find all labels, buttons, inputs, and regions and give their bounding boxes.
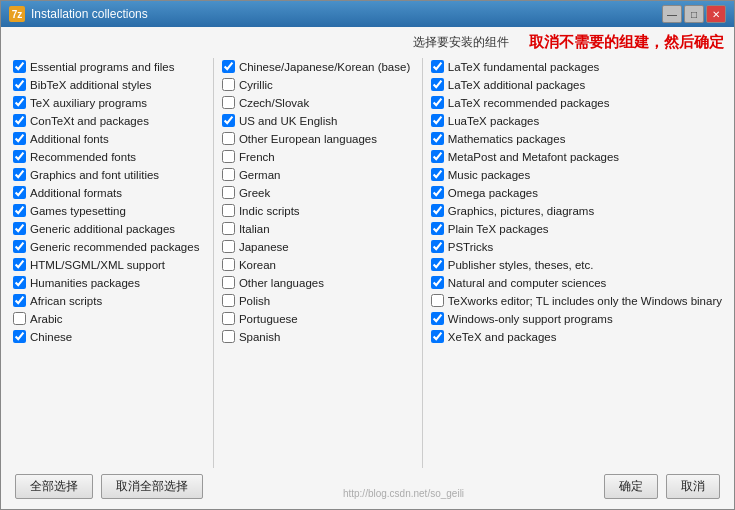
app-icon: 7z <box>9 6 25 22</box>
column-2: Chinese/Japanese/Korean (base)CyrillicCz… <box>220 58 416 468</box>
list-item: Generic additional packages <box>11 220 207 237</box>
list-item: Graphics, pictures, diagrams <box>429 202 724 219</box>
checkbox-10[interactable] <box>431 240 444 253</box>
select-all-button[interactable]: 全部选择 <box>15 474 93 499</box>
checkbox-4[interactable] <box>431 132 444 145</box>
item-label: Graphics, pictures, diagrams <box>448 205 594 217</box>
checkbox-11[interactable] <box>222 258 235 271</box>
item-label: US and UK English <box>239 115 337 127</box>
item-label: Graphics and font utilities <box>30 169 159 181</box>
checkbox-11[interactable] <box>13 258 26 271</box>
checkbox-8[interactable] <box>431 204 444 217</box>
checkbox-7[interactable] <box>431 186 444 199</box>
item-label: Recommended fonts <box>30 151 136 163</box>
checkbox-3[interactable] <box>222 114 235 127</box>
item-label: Spanish <box>239 331 281 343</box>
item-label: Italian <box>239 223 270 235</box>
list-item: Japanese <box>220 238 416 255</box>
list-item: Music packages <box>429 166 724 183</box>
checkbox-5[interactable] <box>222 150 235 163</box>
checkbox-13[interactable] <box>13 294 26 307</box>
content-area: 选择要安装的组件 取消不需要的组建，然后确定 Essential program… <box>1 27 734 509</box>
top-header: 选择要安装的组件 取消不需要的组建，然后确定 <box>11 33 724 52</box>
checkbox-15[interactable] <box>431 330 444 343</box>
checkbox-5[interactable] <box>431 150 444 163</box>
checkbox-0[interactable] <box>431 60 444 73</box>
checkbox-6[interactable] <box>13 168 26 181</box>
checkbox-15[interactable] <box>222 330 235 343</box>
item-label: African scripts <box>30 295 102 307</box>
list-item: Windows-only support programs <box>429 310 724 327</box>
list-item: Korean <box>220 256 416 273</box>
list-item: Spanish <box>220 328 416 345</box>
list-item: Italian <box>220 220 416 237</box>
list-item: Greek <box>220 184 416 201</box>
checkbox-12[interactable] <box>222 276 235 289</box>
checkbox-9[interactable] <box>222 222 235 235</box>
column-1: Essential programs and filesBibTeX addit… <box>11 58 207 468</box>
checkbox-2[interactable] <box>431 96 444 109</box>
checkbox-9[interactable] <box>13 222 26 235</box>
checkbox-14[interactable] <box>13 312 26 325</box>
checkbox-1[interactable] <box>13 78 26 91</box>
item-label: Windows-only support programs <box>448 313 613 325</box>
checkbox-13[interactable] <box>431 294 444 307</box>
list-item: Generic recommended packages <box>11 238 207 255</box>
item-label: Natural and computer sciences <box>448 277 607 289</box>
checkbox-3[interactable] <box>13 114 26 127</box>
checkbox-13[interactable] <box>222 294 235 307</box>
checkbox-12[interactable] <box>431 276 444 289</box>
checkbox-10[interactable] <box>222 240 235 253</box>
checkbox-2[interactable] <box>222 96 235 109</box>
close-button[interactable]: ✕ <box>706 5 726 23</box>
item-label: ConTeXt and packages <box>30 115 149 127</box>
checkbox-0[interactable] <box>222 60 235 73</box>
list-item: Other European languages <box>220 130 416 147</box>
minimize-button[interactable]: — <box>662 5 682 23</box>
checkbox-2[interactable] <box>13 96 26 109</box>
checkbox-4[interactable] <box>13 132 26 145</box>
checkbox-1[interactable] <box>222 78 235 91</box>
maximize-button[interactable]: □ <box>684 5 704 23</box>
list-item: ConTeXt and packages <box>11 112 207 129</box>
list-item: Graphics and font utilities <box>11 166 207 183</box>
list-item: African scripts <box>11 292 207 309</box>
cancel-button[interactable]: 取消 <box>666 474 720 499</box>
checkbox-12[interactable] <box>13 276 26 289</box>
checkbox-3[interactable] <box>431 114 444 127</box>
divider-2 <box>422 58 423 468</box>
item-label: BibTeX additional styles <box>30 79 151 91</box>
checkbox-8[interactable] <box>13 204 26 217</box>
checkbox-9[interactable] <box>431 222 444 235</box>
item-label: PSTricks <box>448 241 494 253</box>
checkbox-14[interactable] <box>222 312 235 325</box>
footer: 全部选择 取消全部选择 http://blog.csdn.net/so_geil… <box>11 468 724 501</box>
list-item: Plain TeX packages <box>429 220 724 237</box>
list-item: Natural and computer sciences <box>429 274 724 291</box>
item-label: Additional fonts <box>30 133 109 145</box>
list-item: Portuguese <box>220 310 416 327</box>
checkbox-6[interactable] <box>431 168 444 181</box>
item-label: German <box>239 169 281 181</box>
checkbox-1[interactable] <box>431 78 444 91</box>
checkbox-4[interactable] <box>222 132 235 145</box>
list-item: Polish <box>220 292 416 309</box>
list-item: Cyrillic <box>220 76 416 93</box>
confirm-button[interactable]: 确定 <box>604 474 658 499</box>
list-item: Mathematics packages <box>429 130 724 147</box>
checkbox-15[interactable] <box>13 330 26 343</box>
checkbox-5[interactable] <box>13 150 26 163</box>
checkbox-7[interactable] <box>13 186 26 199</box>
checkbox-0[interactable] <box>13 60 26 73</box>
checkbox-7[interactable] <box>222 186 235 199</box>
item-label: Music packages <box>448 169 530 181</box>
checkbox-14[interactable] <box>431 312 444 325</box>
checkbox-11[interactable] <box>431 258 444 271</box>
checkbox-8[interactable] <box>222 204 235 217</box>
item-label: LaTeX recommended packages <box>448 97 610 109</box>
checkbox-6[interactable] <box>222 168 235 181</box>
item-label: MetaPost and Metafont packages <box>448 151 619 163</box>
list-item: LuaTeX packages <box>429 112 724 129</box>
deselect-all-button[interactable]: 取消全部选择 <box>101 474 203 499</box>
checkbox-10[interactable] <box>13 240 26 253</box>
